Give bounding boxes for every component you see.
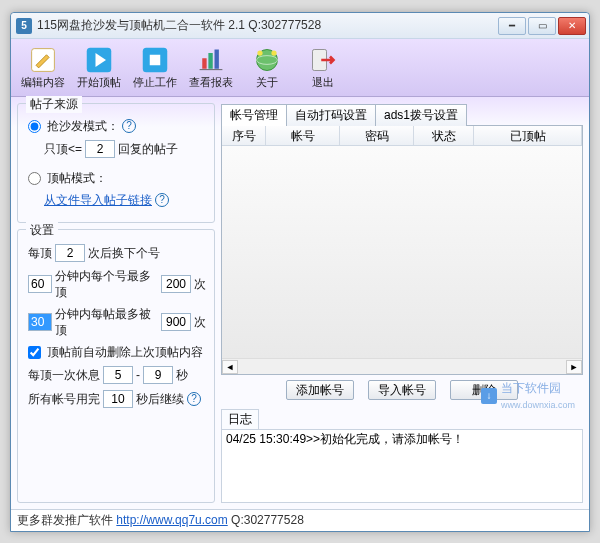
title-bar[interactable]: 5 115网盘抢沙发与顶帖机二合一软件 2.1 Q:302777528 ━ ▭ …	[11, 13, 589, 39]
footer-suffix: Q:302777528	[228, 513, 304, 527]
all-used-wait-input[interactable]	[103, 390, 133, 408]
only-bump-input[interactable]	[85, 140, 115, 158]
tb-exit[interactable]: 退出	[295, 41, 351, 95]
svg-point-11	[271, 50, 276, 55]
label: 次后换下个号	[88, 245, 160, 261]
group-title: 设置	[26, 222, 58, 239]
import-posts-link[interactable]: 从文件导入帖子链接	[44, 192, 152, 208]
tb-about[interactable]: 关于	[239, 41, 295, 95]
mode-bump-label: 顶帖模式：	[47, 170, 107, 186]
tab-account-mgmt[interactable]: 帐号管理	[221, 104, 287, 126]
import-account-button[interactable]: 导入帐号	[368, 380, 436, 400]
bumps-per-switch-input[interactable]	[55, 244, 85, 262]
limit-post-minutes-input[interactable]	[28, 313, 52, 331]
label: 次	[194, 314, 206, 330]
toolbar: 编辑内容 开始顶帖 停止工作 查看报表 关于 退出	[11, 39, 589, 97]
help-icon[interactable]: ?	[155, 193, 169, 207]
label: 次	[194, 276, 206, 292]
label: 秒后继续	[136, 391, 184, 407]
col-password[interactable]: 密码	[340, 126, 414, 145]
rest-min-input[interactable]	[103, 366, 133, 384]
tb-label: 查看报表	[189, 75, 233, 90]
mode-bump-radio[interactable]	[28, 172, 41, 185]
help-icon[interactable]: ?	[187, 392, 201, 406]
tb-stop-work[interactable]: 停止工作	[127, 41, 183, 95]
footer-link[interactable]: http://www.qq7u.com	[116, 513, 227, 527]
app-window: 5 115网盘抢沙发与顶帖机二合一软件 2.1 Q:302777528 ━ ▭ …	[10, 12, 590, 532]
label: -	[136, 367, 140, 383]
col-bumped[interactable]: 已顶帖	[474, 126, 582, 145]
log-title: 日志	[221, 409, 259, 429]
limit-acct-minutes-input[interactable]	[28, 275, 52, 293]
auto-delete-checkbox[interactable]	[28, 346, 41, 359]
tb-label: 关于	[256, 75, 278, 90]
tab-strip: 帐号管理 自动打码设置 ads1拨号设置	[221, 103, 583, 125]
group-title: 帖子来源	[26, 96, 82, 113]
tab-captcha-settings[interactable]: 自动打码设置	[286, 104, 376, 126]
scroll-right-icon[interactable]: ►	[566, 360, 582, 374]
help-icon[interactable]: ?	[122, 119, 136, 133]
footer-prefix: 更多群发推广软件	[17, 513, 116, 527]
tb-label: 开始顶帖	[77, 75, 121, 90]
tb-label: 退出	[312, 75, 334, 90]
account-table-header: 序号 帐号 密码 状态 已顶帖	[222, 126, 582, 146]
tb-view-report[interactable]: 查看报表	[183, 41, 239, 95]
bars-icon	[196, 45, 226, 75]
add-account-button[interactable]: 添加帐号	[286, 380, 354, 400]
horizontal-scrollbar[interactable]: ◄ ►	[222, 358, 582, 374]
svg-rect-4	[202, 58, 206, 69]
settings-group: 设置 每顶 次后换下个号 分钟内每个号最多顶 次 分钟内每帖最多被顶 次	[17, 229, 215, 503]
play-icon	[84, 45, 114, 75]
limit-post-max-input[interactable]	[161, 313, 191, 331]
close-button[interactable]: ✕	[558, 17, 586, 35]
col-index[interactable]: 序号	[222, 126, 266, 145]
tb-label: 停止工作	[133, 75, 177, 90]
only-bump-suffix: 回复的帖子	[118, 141, 178, 157]
tab-panel: 序号 帐号 密码 状态 已顶帖 ◄ ►	[221, 125, 583, 375]
tb-start-bump[interactable]: 开始顶帖	[71, 41, 127, 95]
tb-label: 编辑内容	[21, 75, 65, 90]
label: 每顶	[28, 245, 52, 261]
window-title: 115网盘抢沙发与顶帖机二合一软件 2.1 Q:302777528	[37, 17, 496, 34]
tb-edit-content[interactable]: 编辑内容	[15, 41, 71, 95]
col-account[interactable]: 帐号	[266, 126, 340, 145]
status-bar: 更多群发推广软件 http://www.qq7u.com Q:302777528	[11, 509, 589, 531]
label: 顶帖前自动删除上次顶帖内容	[47, 344, 203, 360]
only-bump-prefix: 只顶<=	[44, 141, 82, 157]
svg-rect-3	[150, 55, 161, 66]
label: 分钟内每个号最多顶	[55, 268, 158, 300]
svg-rect-6	[215, 50, 219, 69]
log-output[interactable]: 04/25 15:30:49>>初始化完成，请添加帐号！	[221, 429, 583, 503]
mode-sofa-radio[interactable]	[28, 120, 41, 133]
label: 分钟内每帖最多被顶	[55, 306, 158, 338]
log-line: 04/25 15:30:49>>初始化完成，请添加帐号！	[226, 432, 464, 446]
account-table-body[interactable]	[222, 146, 582, 358]
limit-acct-max-input[interactable]	[161, 275, 191, 293]
tab-adsl-settings[interactable]: ads1拨号设置	[375, 104, 467, 126]
pencil-icon	[28, 45, 58, 75]
mode-sofa-label: 抢沙发模式：	[47, 118, 119, 134]
app-icon: 5	[16, 18, 32, 34]
svg-point-10	[257, 50, 262, 55]
label: 所有帐号用完	[28, 391, 100, 407]
log-group: 日志 04/25 15:30:49>>初始化完成，请添加帐号！	[221, 409, 583, 503]
exit-icon	[308, 45, 338, 75]
globe-icon	[252, 45, 282, 75]
label: 每顶一次休息	[28, 367, 100, 383]
stop-icon	[140, 45, 170, 75]
minimize-button[interactable]: ━	[498, 17, 526, 35]
maximize-button[interactable]: ▭	[528, 17, 556, 35]
delete-account-button[interactable]: 删除	[450, 380, 518, 400]
col-status[interactable]: 状态	[414, 126, 474, 145]
source-group: 帖子来源 抢沙发模式： ? 只顶<= 回复的帖子 顶帖模式： 从文件导入帖子链接	[17, 103, 215, 223]
svg-rect-5	[208, 53, 212, 69]
label: 秒	[176, 367, 188, 383]
scroll-left-icon[interactable]: ◄	[222, 360, 238, 374]
rest-max-input[interactable]	[143, 366, 173, 384]
